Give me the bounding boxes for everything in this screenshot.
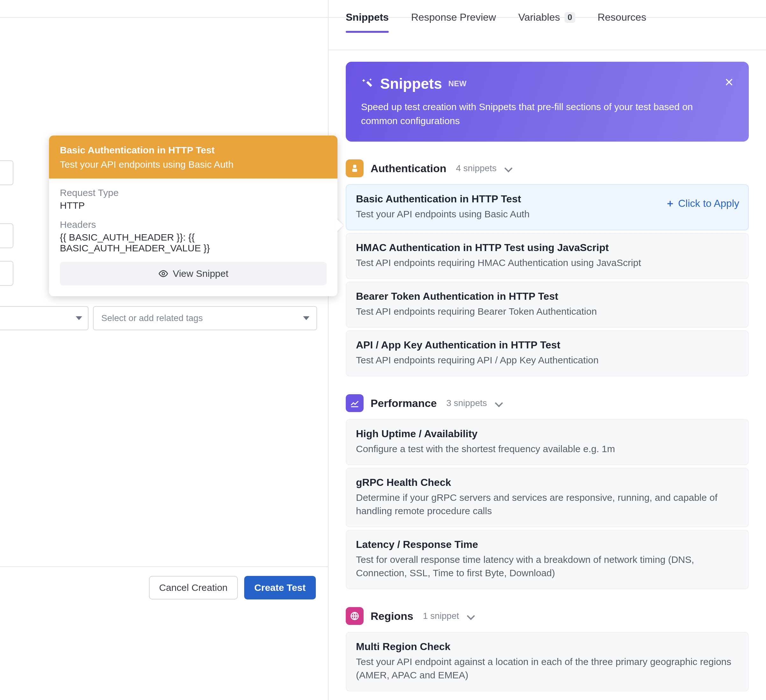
snippet-card[interactable]: Multi Region CheckTest your API endpoint…	[346, 632, 749, 691]
tab-variables[interactable]: Variables 0	[518, 11, 575, 32]
new-badge: NEW	[448, 79, 467, 88]
popover-body: Request Type HTTP Headers {{ BASIC_AUTH_…	[49, 179, 337, 296]
popover-subtitle: Test your API endpoints using Basic Auth	[60, 158, 327, 171]
snippets-panel: Snippets Response Preview Variables 0 Re…	[329, 0, 766, 700]
snippet-card[interactable]: Bearer Token Authentication in HTTP Test…	[346, 281, 749, 328]
snippet-card[interactable]: API / App Key Authentication in HTTP Tes…	[346, 330, 749, 376]
snippet-card[interactable]: High Uptime / AvailabilityConfigure a te…	[346, 419, 749, 465]
snippet-title: Latency / Response Time	[356, 539, 739, 550]
view-snippet-label: View Snippet	[173, 268, 229, 279]
tags-placeholder: Select or add related tags	[101, 313, 203, 323]
category-icon	[346, 160, 364, 177]
snippet-title: Multi Region Check	[356, 641, 739, 653]
snippet-list-regions: Multi Region CheckTest your API endpoint…	[346, 632, 749, 691]
magic-wand-icon	[361, 77, 374, 90]
chevron-down-icon	[76, 316, 82, 320]
priority-select[interactable]	[0, 306, 89, 330]
category-header-perf[interactable]: Performance3 snippets	[346, 394, 749, 412]
svg-rect-1	[353, 165, 356, 168]
snippet-desc: Test your API endpoint against a locatio…	[356, 655, 739, 682]
request-type-label: Request Type	[60, 187, 327, 198]
variables-count-badge: 0	[565, 12, 575, 23]
snippet-desc: Determine if your gRPC servers and servi…	[356, 491, 739, 518]
headers-label: Headers	[60, 219, 327, 230]
snippet-desc: Test API endpoints requiring API / App K…	[356, 354, 739, 367]
snippet-card[interactable]: gRPC Health CheckDetermine if your gRPC …	[346, 468, 749, 527]
snippet-list-auth: Basic Authentication in HTTP TestTest yo…	[346, 184, 749, 376]
chevron-down-icon	[467, 612, 475, 620]
popover-arrow	[336, 218, 343, 232]
category-icon	[346, 607, 364, 625]
category-count: 3 snippets	[446, 398, 487, 408]
category-title: Performance	[370, 397, 437, 409]
left-form-pane: Select or add related tags Cancel Creati…	[0, 0, 329, 700]
snippet-desc: Test your API endpoints using Basic Auth	[356, 207, 739, 221]
apply-label: Click to Apply	[678, 198, 739, 209]
snippet-preview-popover: Basic Authentication in HTTP Test Test y…	[49, 136, 337, 296]
form-field-stub[interactable]	[0, 261, 13, 286]
tab-variables-label: Variables	[518, 11, 560, 23]
snippet-list-perf: High Uptime / AvailabilityConfigure a te…	[346, 419, 749, 589]
banner-title: Snippets	[380, 75, 442, 92]
view-snippet-button[interactable]: View Snippet	[60, 262, 327, 285]
tab-snippets[interactable]: Snippets	[346, 11, 389, 32]
category-title: Authentication	[370, 162, 446, 175]
popover-title: Basic Authentication in HTTP Test	[60, 144, 327, 157]
close-icon[interactable]	[722, 75, 736, 89]
category-count: 4 snippets	[456, 163, 497, 174]
snippet-title: gRPC Health Check	[356, 477, 739, 488]
form-footer: Cancel Creation Create Test	[0, 566, 329, 608]
form-field-stub[interactable]	[0, 160, 13, 185]
cancel-button[interactable]: Cancel Creation	[149, 576, 238, 599]
form-field-stub[interactable]	[0, 223, 13, 248]
snippet-title: Bearer Token Authentication in HTTP Test	[356, 291, 739, 302]
snippet-desc: Configure a test with the shortest frequ…	[356, 442, 739, 456]
category-header-auth[interactable]: Authentication4 snippets	[346, 160, 749, 177]
eye-icon	[158, 269, 168, 279]
create-test-button[interactable]: Create Test	[244, 576, 316, 599]
snippet-title: API / App Key Authentication in HTTP Tes…	[356, 339, 739, 351]
category-header-regions[interactable]: Regions1 snippet	[346, 607, 749, 625]
tab-resources[interactable]: Resources	[598, 11, 646, 32]
popover-header: Basic Authentication in HTTP Test Test y…	[49, 136, 337, 179]
snippet-card[interactable]: Basic Authentication in HTTP TestTest yo…	[346, 184, 749, 231]
headers-value: {{ BASIC_AUTH_HEADER }}: {{ BASIC_AUTH_H…	[60, 232, 327, 254]
svg-rect-2	[353, 169, 357, 172]
snippet-title: HMAC Authentication in HTTP Test using J…	[356, 242, 739, 254]
snippet-desc: Test API endpoints requiring HMAC Authen…	[356, 256, 739, 270]
banner-text: Speed up test creation with Snippets tha…	[361, 100, 730, 128]
chevron-down-icon	[495, 399, 503, 407]
tags-select[interactable]: Select or add related tags	[93, 306, 317, 330]
snippet-card[interactable]: Latency / Response TimeTest for overall …	[346, 530, 749, 589]
snippet-desc: Test for overall response time latency w…	[356, 553, 739, 580]
plus-icon	[665, 199, 675, 209]
svg-point-0	[162, 272, 165, 275]
panel-tabs: Snippets Response Preview Variables 0 Re…	[329, 0, 766, 50]
category-title: Regions	[370, 610, 413, 623]
snippets-banner: Snippets NEW Speed up test creation with…	[346, 62, 749, 142]
snippet-card[interactable]: HMAC Authentication in HTTP Test using J…	[346, 233, 749, 279]
click-to-apply-button[interactable]: Click to Apply	[665, 198, 739, 209]
chevron-down-icon	[504, 164, 512, 172]
request-type-value: HTTP	[60, 200, 327, 211]
category-count: 1 snippet	[423, 611, 459, 621]
snippet-desc: Test API endpoints requiring Bearer Toke…	[356, 305, 739, 318]
tab-response-preview[interactable]: Response Preview	[411, 11, 496, 32]
chevron-down-icon	[303, 316, 309, 320]
divider	[0, 17, 328, 18]
category-icon	[346, 394, 364, 412]
snippet-title: High Uptime / Availability	[356, 428, 739, 440]
